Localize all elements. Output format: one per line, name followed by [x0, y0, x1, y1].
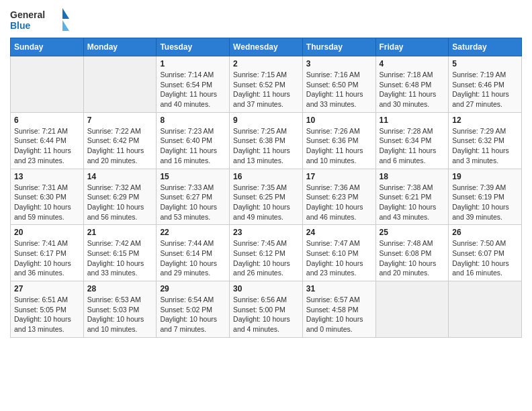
calendar-day-cell: 25Sunrise: 7:48 AMSunset: 6:08 PMDayligh… — [375, 225, 449, 281]
day-number: 25 — [380, 228, 445, 237]
day-info: Sunrise: 7:18 AMSunset: 6:48 PMDaylight:… — [380, 70, 445, 109]
day-number: 21 — [87, 228, 153, 237]
day-info: Sunrise: 7:25 AMSunset: 6:38 PMDaylight:… — [233, 126, 299, 166]
day-number: 4 — [380, 59, 445, 68]
day-info: Sunrise: 7:29 AMSunset: 6:32 PMDaylight:… — [452, 126, 518, 166]
calendar-week-row: 27Sunrise: 6:51 AMSunset: 5:05 PMDayligh… — [11, 281, 522, 338]
day-info: Sunrise: 7:31 AMSunset: 6:30 PMDaylight:… — [14, 183, 80, 222]
calendar-week-row: 13Sunrise: 7:31 AMSunset: 6:30 PMDayligh… — [11, 169, 522, 225]
calendar-day-cell: 11Sunrise: 7:28 AMSunset: 6:34 PMDayligh… — [375, 112, 449, 169]
day-of-week-header: Sunday — [11, 38, 84, 56]
day-info: Sunrise: 6:51 AMSunset: 5:05 PMDaylight:… — [14, 295, 80, 334]
day-number: 13 — [14, 172, 80, 181]
day-of-week-header: Wednesday — [230, 38, 303, 56]
day-number: 1 — [160, 59, 226, 68]
svg-text:Blue: Blue — [10, 20, 31, 31]
day-info: Sunrise: 7:19 AMSunset: 6:46 PMDaylight:… — [452, 70, 518, 109]
day-info: Sunrise: 7:14 AMSunset: 6:54 PMDaylight:… — [160, 70, 226, 109]
day-info: Sunrise: 6:54 AMSunset: 5:02 PMDaylight:… — [160, 295, 226, 334]
calendar-day-cell: 30Sunrise: 6:56 AMSunset: 5:00 PMDayligh… — [230, 281, 303, 338]
calendar-day-cell — [83, 56, 157, 113]
calendar-day-cell: 18Sunrise: 7:38 AMSunset: 6:21 PMDayligh… — [375, 169, 449, 225]
day-info: Sunrise: 7:28 AMSunset: 6:34 PMDaylight:… — [380, 126, 445, 166]
day-number: 29 — [160, 284, 226, 293]
svg-text:General: General — [10, 9, 45, 20]
day-info: Sunrise: 7:42 AMSunset: 6:15 PMDaylight:… — [87, 238, 153, 278]
day-number: 7 — [87, 116, 153, 125]
day-number: 3 — [306, 59, 372, 68]
day-number: 18 — [380, 172, 445, 181]
day-number: 24 — [306, 228, 372, 237]
calendar-day-cell: 2Sunrise: 7:15 AMSunset: 6:52 PMDaylight… — [230, 56, 303, 113]
day-number: 22 — [160, 228, 226, 237]
day-info: Sunrise: 7:22 AMSunset: 6:42 PMDaylight:… — [87, 126, 153, 166]
calendar-day-cell — [449, 281, 522, 338]
calendar-day-cell — [375, 281, 449, 338]
day-info: Sunrise: 6:56 AMSunset: 5:00 PMDaylight:… — [233, 295, 299, 334]
calendar-body: 1Sunrise: 7:14 AMSunset: 6:54 PMDaylight… — [11, 56, 522, 338]
day-of-week-header: Monday — [83, 38, 157, 56]
calendar-day-cell: 31Sunrise: 6:57 AMSunset: 4:58 PMDayligh… — [302, 281, 375, 338]
calendar-day-cell: 24Sunrise: 7:47 AMSunset: 6:10 PMDayligh… — [302, 225, 375, 281]
day-info: Sunrise: 7:36 AMSunset: 6:23 PMDaylight:… — [306, 183, 372, 222]
calendar-day-cell: 20Sunrise: 7:41 AMSunset: 6:17 PMDayligh… — [11, 225, 84, 281]
day-number: 15 — [160, 172, 226, 181]
day-info: Sunrise: 7:38 AMSunset: 6:21 PMDaylight:… — [380, 183, 445, 222]
day-number: 12 — [452, 116, 518, 125]
calendar-day-cell: 22Sunrise: 7:44 AMSunset: 6:14 PMDayligh… — [157, 225, 230, 281]
page-header: General Blue — [10, 7, 522, 32]
calendar-day-cell: 29Sunrise: 6:54 AMSunset: 5:02 PMDayligh… — [157, 281, 230, 338]
calendar-week-row: 20Sunrise: 7:41 AMSunset: 6:17 PMDayligh… — [11, 225, 522, 281]
calendar-week-row: 6Sunrise: 7:21 AMSunset: 6:44 PMDaylight… — [11, 112, 522, 169]
calendar-day-cell: 12Sunrise: 7:29 AMSunset: 6:32 PMDayligh… — [449, 112, 522, 169]
day-number: 8 — [160, 116, 226, 125]
day-number: 23 — [233, 228, 299, 237]
day-number: 31 — [306, 284, 372, 293]
calendar-header-row: SundayMondayTuesdayWednesdayThursdayFrid… — [11, 38, 522, 56]
calendar-day-cell: 23Sunrise: 7:45 AMSunset: 6:12 PMDayligh… — [230, 225, 303, 281]
day-number: 16 — [233, 172, 299, 181]
day-of-week-header: Friday — [375, 38, 449, 56]
day-of-week-header: Saturday — [449, 38, 522, 56]
calendar-week-row: 1Sunrise: 7:14 AMSunset: 6:54 PMDaylight… — [11, 56, 522, 113]
calendar-day-cell: 8Sunrise: 7:23 AMSunset: 6:40 PMDaylight… — [157, 112, 230, 169]
day-number: 26 — [452, 228, 518, 237]
calendar-day-cell: 27Sunrise: 6:51 AMSunset: 5:05 PMDayligh… — [11, 281, 84, 338]
calendar-table: SundayMondayTuesdayWednesdayThursdayFrid… — [10, 38, 522, 338]
day-number: 5 — [452, 59, 518, 68]
day-info: Sunrise: 7:35 AMSunset: 6:25 PMDaylight:… — [233, 183, 299, 222]
day-info: Sunrise: 7:48 AMSunset: 6:08 PMDaylight:… — [380, 238, 445, 278]
day-info: Sunrise: 7:47 AMSunset: 6:10 PMDaylight:… — [306, 238, 372, 278]
calendar-day-cell: 5Sunrise: 7:19 AMSunset: 6:46 PMDaylight… — [449, 56, 522, 113]
day-of-week-header: Thursday — [302, 38, 375, 56]
day-info: Sunrise: 7:26 AMSunset: 6:36 PMDaylight:… — [306, 126, 372, 166]
day-info: Sunrise: 7:16 AMSunset: 6:50 PMDaylight:… — [306, 70, 372, 109]
day-info: Sunrise: 7:39 AMSunset: 6:19 PMDaylight:… — [452, 183, 518, 222]
day-number: 27 — [14, 284, 80, 293]
calendar-day-cell: 10Sunrise: 7:26 AMSunset: 6:36 PMDayligh… — [302, 112, 375, 169]
day-number: 9 — [233, 116, 299, 125]
day-info: Sunrise: 7:45 AMSunset: 6:12 PMDaylight:… — [233, 238, 299, 278]
calendar-day-cell: 19Sunrise: 7:39 AMSunset: 6:19 PMDayligh… — [449, 169, 522, 225]
day-of-week-header: Tuesday — [157, 38, 230, 56]
calendar-day-cell: 28Sunrise: 6:53 AMSunset: 5:03 PMDayligh… — [83, 281, 157, 338]
calendar-day-cell: 4Sunrise: 7:18 AMSunset: 6:48 PMDaylight… — [375, 56, 449, 113]
calendar-day-cell: 14Sunrise: 7:32 AMSunset: 6:29 PMDayligh… — [83, 169, 157, 225]
day-info: Sunrise: 7:33 AMSunset: 6:27 PMDaylight:… — [160, 183, 226, 222]
day-number: 2 — [233, 59, 299, 68]
day-number: 14 — [87, 172, 153, 181]
day-info: Sunrise: 7:15 AMSunset: 6:52 PMDaylight:… — [233, 70, 299, 109]
calendar-day-cell: 6Sunrise: 7:21 AMSunset: 6:44 PMDaylight… — [11, 112, 84, 169]
day-info: Sunrise: 6:57 AMSunset: 4:58 PMDaylight:… — [306, 295, 372, 334]
calendar-day-cell: 17Sunrise: 7:36 AMSunset: 6:23 PMDayligh… — [302, 169, 375, 225]
day-number: 28 — [87, 284, 153, 293]
day-number: 6 — [14, 116, 80, 125]
calendar-day-cell: 9Sunrise: 7:25 AMSunset: 6:38 PMDaylight… — [230, 112, 303, 169]
day-number: 19 — [452, 172, 518, 181]
day-number: 11 — [380, 116, 445, 125]
day-info: Sunrise: 7:41 AMSunset: 6:17 PMDaylight:… — [14, 238, 80, 278]
day-info: Sunrise: 7:50 AMSunset: 6:07 PMDaylight:… — [452, 238, 518, 278]
calendar-day-cell: 15Sunrise: 7:33 AMSunset: 6:27 PMDayligh… — [157, 169, 230, 225]
svg-marker-2 — [62, 8, 69, 19]
calendar-day-cell: 1Sunrise: 7:14 AMSunset: 6:54 PMDaylight… — [157, 56, 230, 113]
